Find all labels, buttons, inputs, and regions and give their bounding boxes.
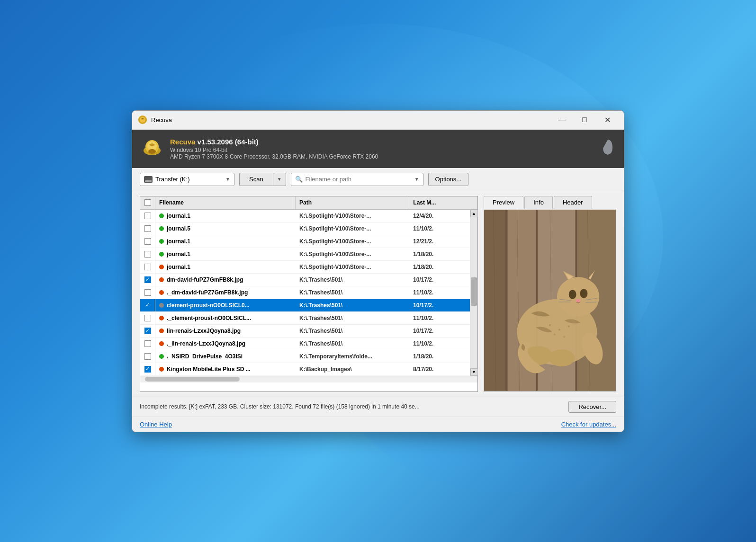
status-dot bbox=[159, 277, 164, 282]
row-filename: ._clement-proust-nO0OLSICL... bbox=[155, 312, 296, 324]
row-checkbox[interactable] bbox=[144, 225, 151, 232]
close-button[interactable]: ✕ bbox=[596, 112, 618, 127]
table-row[interactable]: journal.1 K:\.Spotlight-V100\Store-... 1… bbox=[140, 248, 470, 261]
status-message: Incomplete results. [K:] exFAT, 233 GB. … bbox=[140, 403, 420, 410]
row-date: 12/21/2. bbox=[409, 235, 470, 248]
svg-point-1 bbox=[140, 117, 145, 123]
search-input[interactable] bbox=[306, 176, 412, 183]
row-checkbox[interactable] bbox=[144, 264, 151, 270]
row-checkbox-cell bbox=[140, 235, 155, 248]
table-row[interactable]: journal.5 K:\.Spotlight-V100\Store-... 1… bbox=[140, 222, 470, 235]
svg-point-32 bbox=[549, 349, 575, 366]
row-checkbox[interactable] bbox=[144, 353, 151, 360]
app-os: Windows 10 Pro 64-bit bbox=[170, 147, 594, 153]
panel-content bbox=[484, 209, 616, 392]
status-dot bbox=[159, 303, 164, 308]
drive-dropdown-arrow: ▼ bbox=[225, 177, 230, 182]
row-checkbox-cell bbox=[140, 274, 155, 286]
header-checkbox-cell bbox=[140, 196, 155, 209]
row-checkbox-cell bbox=[140, 210, 155, 222]
horizontal-scrollbar[interactable] bbox=[140, 376, 477, 382]
table-row[interactable]: clement-proust-nO0OLSICL0... K:\.Trashes… bbox=[140, 299, 470, 312]
h-scroll-thumb[interactable] bbox=[145, 377, 240, 382]
drive-selector[interactable]: Transfer (K:) ▼ bbox=[140, 173, 234, 186]
vertical-scrollbar[interactable]: ▲ ▼ bbox=[470, 210, 477, 376]
select-all-checkbox[interactable] bbox=[144, 199, 151, 206]
row-date: 10/17/2. bbox=[409, 274, 470, 286]
row-checkbox[interactable] bbox=[144, 251, 151, 258]
row-checkbox-cell bbox=[140, 222, 155, 235]
table-row[interactable]: journal.1 K:\.Spotlight-V100\Store-... 1… bbox=[140, 235, 470, 248]
status-dot bbox=[159, 367, 164, 372]
table-row[interactable]: ._NSIRD_DrivePulse_4O3lSi K:\.TemporaryI… bbox=[140, 350, 470, 363]
col-header-path[interactable]: Path bbox=[296, 196, 409, 209]
row-path: K:\.Trashes\501\ bbox=[296, 325, 409, 337]
col-header-date[interactable]: Last M... bbox=[409, 196, 470, 209]
row-date: 11/10/2. bbox=[409, 312, 470, 324]
row-checkbox[interactable] bbox=[144, 315, 151, 321]
svg-point-34 bbox=[549, 324, 551, 326]
scan-button[interactable]: Scan bbox=[239, 173, 273, 186]
options-button[interactable]: Options... bbox=[428, 173, 469, 186]
maximize-button[interactable]: □ bbox=[574, 112, 595, 127]
search-icon: 🔍 bbox=[295, 176, 303, 183]
row-checkbox-cell bbox=[140, 248, 155, 260]
row-path: K:\.Spotlight-V100\Store-... bbox=[296, 210, 409, 222]
file-list-outer: journal.1 K:\.Spotlight-V100\Store-... 1… bbox=[140, 210, 477, 376]
row-checkbox[interactable] bbox=[144, 276, 151, 283]
row-checkbox-cell bbox=[140, 299, 155, 311]
table-row[interactable]: Kingston MobileLite Plus SD ... K:\Backu… bbox=[140, 363, 470, 376]
row-checkbox[interactable] bbox=[144, 328, 151, 334]
recover-button[interactable]: Recover... bbox=[568, 401, 616, 413]
app-hardware: AMD Ryzen 7 3700X 8-Core Processor, 32.0… bbox=[170, 153, 594, 160]
scroll-track[interactable] bbox=[470, 217, 477, 368]
row-date: 11/10/2. bbox=[409, 286, 470, 299]
scan-dropdown-button[interactable]: ▼ bbox=[273, 173, 286, 186]
col-header-filename[interactable]: Filename bbox=[155, 196, 296, 209]
file-list-container: Filename Path Last M... journal.1 K:\.Sp… bbox=[140, 196, 478, 392]
row-checkbox[interactable] bbox=[144, 238, 151, 245]
title-bar: Recuva — □ ✕ bbox=[132, 111, 624, 130]
table-row[interactable]: dm-david-fuPZ7GmFB8k.jpg K:\.Trashes\501… bbox=[140, 274, 470, 286]
row-date: 1/18/20. bbox=[409, 248, 470, 260]
row-filename: dm-david-fuPZ7GmFB8k.jpg bbox=[155, 274, 296, 286]
row-date: 10/17/2. bbox=[409, 299, 470, 311]
table-row[interactable]: journal.1 K:\.Spotlight-V100\Store-... 1… bbox=[140, 261, 470, 274]
row-checkbox[interactable] bbox=[144, 302, 151, 309]
row-checkbox-cell bbox=[140, 350, 155, 363]
check-updates-link[interactable]: Check for updates... bbox=[561, 421, 616, 428]
row-checkbox[interactable] bbox=[144, 213, 151, 219]
main-window: Recuva — □ ✕ Recuva v1.53.2096 (64-bit) … bbox=[132, 110, 624, 432]
scroll-down-button[interactable]: ▼ bbox=[470, 368, 478, 376]
row-date: 12/4/20. bbox=[409, 210, 470, 222]
table-row[interactable]: ._dm-david-fuPZ7GmFB8k.jpg K:\.Trashes\5… bbox=[140, 286, 470, 299]
table-row[interactable]: lin-renais-LzxxJQoyna8.jpg K:\.Trashes\5… bbox=[140, 325, 470, 338]
table-row[interactable]: ._lin-renais-LzxxJQoyna8.jpg K:\.Trashes… bbox=[140, 338, 470, 350]
online-help-link[interactable]: Online Help bbox=[140, 421, 172, 428]
row-date: 8/17/20. bbox=[409, 363, 470, 375]
row-filename: journal.1 bbox=[155, 235, 296, 248]
tab-preview[interactable]: Preview bbox=[484, 196, 523, 209]
row-checkbox[interactable] bbox=[144, 366, 151, 373]
tab-info[interactable]: Info bbox=[524, 196, 553, 209]
row-path: K:\.Trashes\501\ bbox=[296, 299, 409, 311]
scroll-up-button[interactable]: ▲ bbox=[470, 210, 478, 217]
row-path: K:\.TemporaryItems\folde... bbox=[296, 350, 409, 363]
droplet-icon bbox=[601, 139, 614, 159]
svg-point-5 bbox=[148, 149, 156, 154]
row-checkbox[interactable] bbox=[144, 340, 151, 347]
footer: Online Help Check for updates... bbox=[132, 417, 624, 432]
search-dropdown-arrow[interactable]: ▼ bbox=[414, 177, 419, 182]
svg-point-36 bbox=[568, 325, 570, 327]
status-dot bbox=[159, 316, 164, 320]
scroll-thumb[interactable] bbox=[471, 277, 477, 306]
tab-header[interactable]: Header bbox=[554, 196, 592, 209]
row-path: K:\.Spotlight-V100\Store-... bbox=[296, 261, 409, 273]
minimize-button[interactable]: — bbox=[551, 112, 573, 127]
table-row[interactable]: ._clement-proust-nO0OLSICL... K:\.Trashe… bbox=[140, 312, 470, 325]
table-row[interactable]: journal.1 K:\.Spotlight-V100\Store-... 1… bbox=[140, 210, 470, 222]
drive-label: Transfer (K:) bbox=[155, 176, 189, 183]
status-dot bbox=[159, 354, 164, 359]
row-checkbox-cell bbox=[140, 363, 155, 375]
row-checkbox[interactable] bbox=[144, 289, 151, 296]
